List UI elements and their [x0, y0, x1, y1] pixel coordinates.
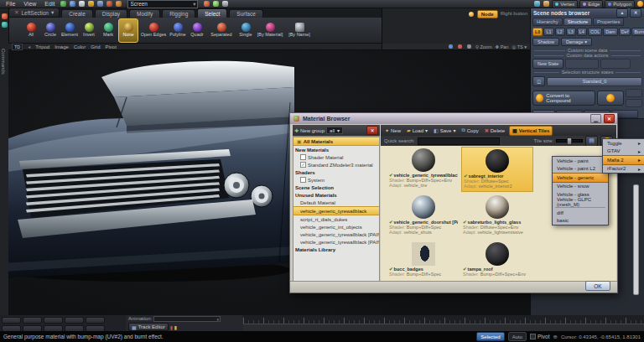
save-material-button[interactable]: ◧Save ▾	[432, 126, 457, 135]
screen-mode-dropdown[interactable]: Screen ▾	[127, 0, 198, 8]
menu-item-mafia2[interactable]: Mafia 2▸	[603, 155, 644, 165]
pen-icon[interactable]	[222, 1, 228, 7]
menu-item-vehicle-paint[interactable]: Vehicle - paint	[553, 157, 608, 165]
new-state-button[interactable]: New State	[532, 59, 564, 69]
menu-item-diff[interactable]: diff	[553, 209, 608, 217]
checkbox-checked[interactable]: ✓	[300, 162, 306, 168]
menu-item-vehicle-paint-l2[interactable]: Vehicle - paint L2	[553, 165, 608, 174]
track-cell[interactable]	[86, 317, 105, 324]
tab-display[interactable]: Display	[95, 9, 127, 18]
tree-item-int-objects[interactable]: vehicle_generic_int_objects	[293, 223, 379, 231]
render-icon[interactable]	[204, 1, 210, 7]
tree-item-tyrewallblack-paint2[interactable]: vehicle_generic_tyrewallblack [PAIN...	[293, 238, 379, 246]
tool-by-name[interactable]: [By Name]	[285, 19, 314, 42]
lod-l0-button[interactable]: L0	[532, 28, 543, 36]
vertex-mode-button[interactable]: Vertex	[552, 0, 578, 8]
rotate-tool-icon[interactable]	[543, 1, 549, 7]
new-file-icon[interactable]	[79, 1, 85, 7]
shading-icon[interactable]	[449, 44, 453, 49]
zoom-control[interactable]: ⚲ Zoom	[475, 44, 492, 49]
chevron-left-icon[interactable]: ◂	[28, 44, 30, 49]
checkbox-unchecked[interactable]	[300, 154, 306, 160]
tool-element[interactable]: Element	[60, 19, 79, 42]
material-tile[interactable]: ✔tampa_roof Shader: Bump+Diff+Spec+Env	[461, 241, 533, 282]
track-cell[interactable]	[23, 317, 42, 324]
tab-properties[interactable]: Properties	[593, 18, 624, 26]
tab-structure[interactable]: Structure	[564, 18, 592, 26]
list-view-button[interactable]: ▤	[585, 136, 598, 147]
viewport-option-tripod[interactable]: Tripod	[35, 44, 49, 49]
lod-l4-button[interactable]: L4	[577, 28, 587, 36]
tree-section-unused-materials[interactable]: Unused Materials	[293, 191, 379, 199]
status-orb-icon[interactable]	[637, 1, 643, 7]
tool-none[interactable]: None	[118, 18, 138, 43]
viewport-option-color[interactable]: Color	[74, 44, 86, 49]
tree-section-new-materials[interactable]: New Materials	[293, 146, 379, 153]
menu-file[interactable]: File	[3, 1, 18, 7]
save-file-icon[interactable]	[97, 1, 103, 7]
tab-rigging[interactable]: Rigging	[162, 9, 195, 18]
new-group-button[interactable]: ✚ New group	[294, 127, 325, 133]
track-editor-button[interactable]: ▦ Track Editor	[128, 323, 169, 331]
tool-quadr[interactable]: Quadr	[188, 19, 206, 42]
tool-polyline[interactable]: Polyline	[169, 19, 187, 42]
state-lock-icon[interactable]: ◫	[532, 76, 545, 86]
wireframe-icon[interactable]	[458, 44, 462, 49]
tree-section-shaders[interactable]: Shaders	[293, 168, 379, 176]
tool-open-edges[interactable]: Open Edges	[139, 19, 168, 42]
delete-material-button[interactable]: ✖Delete	[483, 126, 506, 135]
group-filter-dropdown[interactable]: all▾	[326, 127, 343, 134]
track-cell[interactable]	[44, 317, 63, 324]
material-tile[interactable]: ✔bucc_badges Shader: Bump+Diff+Spec	[387, 241, 460, 282]
tab-modify[interactable]: Modify	[129, 9, 160, 18]
tree-item-tyrewallblack-paint1[interactable]: vehicle_generic_tyrewallblack [PAIN...	[293, 231, 379, 238]
state-name-bar[interactable]: Standard_0	[547, 77, 642, 86]
menu-item-basic[interactable]: basic	[553, 217, 608, 225]
viewport-option-grid[interactable]: Grid	[91, 44, 100, 49]
pointer-icon[interactable]	[2, 13, 8, 19]
undo-icon[interactable]	[106, 1, 112, 7]
settings-icon[interactable]	[60, 1, 66, 7]
material-tile-selected[interactable]: ✔sabregt_interior Shader: Diffuse+Spec A…	[461, 147, 533, 192]
compound-options-button[interactable]	[597, 91, 624, 106]
tree-item-script-rt-dials[interactable]: script_rt_dials_dukes	[293, 215, 379, 223]
texture-icon[interactable]	[467, 44, 471, 49]
lod-l3-button[interactable]: L3	[566, 28, 576, 36]
new-material-button[interactable]: ✦New	[383, 126, 402, 135]
pivot-toggle[interactable]: Pivot	[530, 334, 549, 339]
tree-section-scene-selection[interactable]: Scene Selection	[293, 184, 379, 191]
close-icon[interactable]: ✕	[14, 9, 18, 16]
tree-item-tyrewallblack[interactable]: vehicle_generic_tyrewallblack	[293, 206, 379, 215]
material-tile[interactable]: ✔sabreturbo_lights_glass Shader: Diffuse…	[461, 194, 533, 239]
animation-dropdown[interactable]: ▾	[153, 316, 221, 322]
close-button[interactable]: ✕	[604, 114, 615, 123]
tree-item-all-materials[interactable]: ▣All Materials	[293, 137, 379, 146]
track-cell[interactable]	[2, 317, 21, 324]
viewport-corner-label[interactable]: TD	[12, 44, 23, 50]
tree-section-materials-library[interactable]: Materials Library	[293, 246, 379, 253]
panel-tab-leftsection[interactable]: ✕ LeftSection ▾	[8, 8, 60, 18]
tool-single[interactable]: Single	[236, 19, 255, 42]
pin-icon[interactable]: ▴	[616, 8, 628, 18]
move-tool-icon[interactable]	[534, 1, 540, 7]
load-material-button[interactable]: ▰Load ▾	[405, 126, 429, 135]
lod-burn-button[interactable]: Burn	[631, 28, 644, 36]
polygon-mode-button[interactable]: Polygon	[605, 0, 635, 8]
menu-view[interactable]: View	[20, 1, 39, 7]
lod-def-button[interactable]: Def	[619, 28, 631, 36]
lod-l1-button[interactable]: L1	[543, 28, 553, 36]
ok-button[interactable]: OK	[585, 281, 610, 291]
material-tile[interactable]: ✔vehicle_generic_tyrewallblack Shader: B…	[387, 147, 460, 192]
tool-separated[interactable]: Separated	[207, 19, 236, 42]
redo-icon[interactable]	[116, 1, 122, 7]
tool-all[interactable]: All	[22, 19, 40, 42]
delete-group-button[interactable]: ✕	[366, 126, 378, 135]
pan-control[interactable]: ✥ Pan	[496, 44, 509, 49]
damage-dropdown-button[interactable]: Damage ▾	[561, 38, 592, 46]
tab-select[interactable]: Select	[197, 8, 227, 18]
ts-control[interactable]: ◎ TS ▾	[512, 44, 527, 49]
copy-material-button[interactable]: ⧉Copy	[460, 126, 480, 135]
subviewport[interactable]: Node Right button	[382, 8, 530, 44]
auto-mode-button[interactable]: Auto	[508, 332, 527, 341]
edge-mode-button[interactable]: Edge	[579, 0, 603, 8]
